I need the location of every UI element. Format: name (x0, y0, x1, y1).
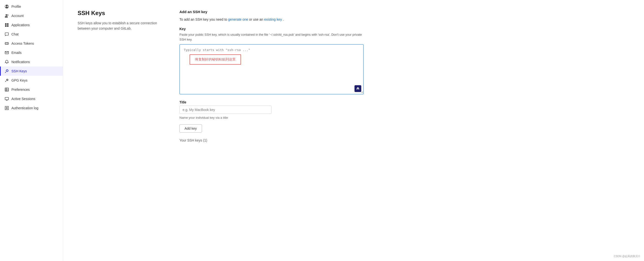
add-ssh-key-title: Add an SSH key (180, 10, 364, 14)
sidebar-item-chat[interactable]: Chat (0, 30, 63, 39)
envelope-icon (4, 51, 9, 55)
token-icon (4, 41, 9, 46)
your-ssh-keys: Your SSH keys (1) (180, 138, 364, 142)
sidebar-item-profile-label: Profile (12, 5, 21, 9)
sidebar-item-applications[interactable]: Applications (0, 20, 63, 30)
intro-text: To add an SSH key you need to generate o… (180, 17, 364, 22)
sidebar-item-auth-log-label: Authentication log (12, 106, 38, 110)
table-icon (4, 87, 9, 92)
sidebar-item-preferences-label: Preferences (12, 88, 30, 92)
sidebar-item-gpg-keys-label: GPG Keys (12, 78, 28, 82)
sidebar-item-emails[interactable]: Emails (0, 48, 63, 57)
page-description: SSH keys allow you to establish a secure… (78, 20, 160, 31)
sidebar-item-active-sessions-label: Active Sessions (12, 97, 36, 101)
chat-bubble-icon (4, 32, 9, 37)
sidebar-item-profile[interactable]: Profile (0, 2, 63, 11)
sidebar-item-access-tokens[interactable]: Access Tokens (0, 39, 63, 48)
person-circle-icon (4, 4, 9, 9)
intro-text-middle: or use an (249, 18, 264, 21)
sidebar-item-account-label: Account (12, 14, 24, 18)
textarea-icon-button[interactable] (354, 85, 361, 92)
intro-text-before: To add an SSH key you need to (180, 18, 228, 21)
existing-link[interactable]: existing key (264, 18, 282, 21)
monitor-icon (4, 97, 9, 101)
title-field-label: Title (180, 100, 364, 104)
right-panel: Add an SSH key To add an SSH key you nee… (180, 10, 364, 251)
sidebar-item-emails-label: Emails (12, 51, 22, 55)
key-icon (4, 69, 9, 73)
intro-text-end: . (283, 18, 284, 21)
grid-icon (4, 23, 9, 27)
watermark: CSDN @起风的秋天© (614, 254, 640, 258)
sidebar-item-account[interactable]: Account (0, 11, 63, 20)
sidebar-item-ssh-keys[interactable]: SSH Keys (0, 67, 63, 76)
title-input[interactable] (180, 106, 272, 114)
key-field-description: Paste your public SSH key, which is usua… (180, 32, 364, 42)
bell-icon (4, 60, 9, 64)
key-textarea-wrapper: 将复制好的秘钥粘贴到这里 (180, 44, 364, 94)
sidebar-item-notifications-label: Notifications (12, 60, 30, 64)
svg-rect-6 (5, 43, 8, 45)
title-hint: Name your individual key via a title (180, 116, 364, 119)
key-textarea[interactable] (180, 45, 363, 93)
svg-rect-2 (5, 23, 6, 25)
list-icon (4, 106, 9, 110)
page-title: SSH Keys (78, 10, 160, 17)
sidebar-item-authentication-log[interactable]: Authentication log (0, 103, 63, 113)
generate-link[interactable]: generate one (228, 18, 248, 21)
svg-point-1 (7, 15, 8, 16)
sidebar-item-notifications[interactable]: Notifications (0, 57, 63, 67)
sidebar-item-active-sessions[interactable]: Active Sessions (0, 94, 63, 103)
add-key-button[interactable]: Add key (180, 124, 202, 133)
svg-rect-5 (7, 25, 8, 27)
sidebar-item-access-tokens-label: Access Tokens (12, 42, 34, 45)
person-gear-icon (4, 14, 9, 18)
sidebar-item-preferences[interactable]: Preferences (0, 85, 63, 94)
sidebar-item-ssh-keys-label: SSH Keys (12, 69, 27, 73)
sidebar-item-applications-label: Applications (12, 23, 30, 27)
key-small-icon (4, 78, 9, 83)
svg-rect-3 (7, 23, 8, 25)
svg-rect-14 (5, 97, 8, 100)
left-panel: SSH Keys SSH keys allow you to establish… (78, 10, 160, 251)
key-field-label: Key (180, 27, 364, 31)
main-content: SSH Keys SSH keys allow you to establish… (63, 0, 644, 261)
sidebar-item-gpg-keys[interactable]: GPG Keys (0, 76, 63, 85)
svg-rect-10 (5, 88, 8, 91)
sidebar-item-chat-label: Chat (12, 32, 19, 36)
sidebar: Profile Account Applications (0, 0, 63, 261)
svg-rect-4 (5, 25, 6, 27)
